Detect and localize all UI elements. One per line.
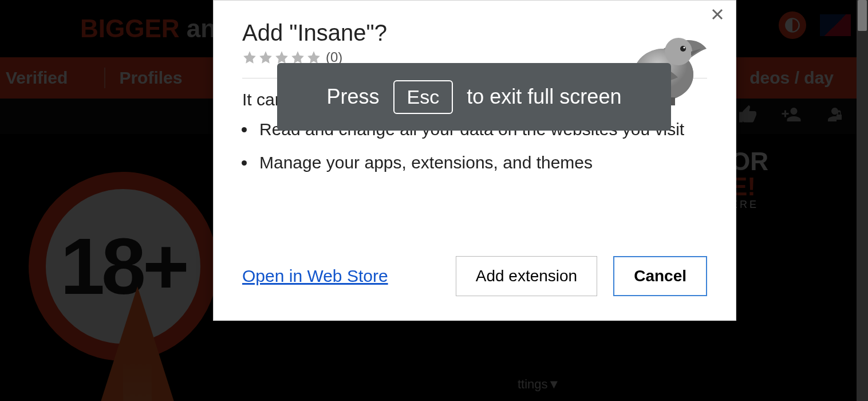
esc-key: Esc [393, 80, 453, 114]
svg-point-6 [680, 46, 686, 52]
permission-item: Manage your apps, extensions, and themes [256, 153, 707, 172]
svg-point-7 [683, 46, 685, 48]
toast-exit: to exit full screen [467, 85, 621, 109]
svg-point-5 [665, 38, 692, 65]
add-extension-button[interactable]: Add extension [456, 256, 597, 296]
fullscreen-esc-toast: Press Esc to exit full screen [277, 63, 671, 131]
dialog-footer: Open in Web Store Add extension Cancel [242, 256, 707, 296]
open-web-store-link[interactable]: Open in Web Store [242, 266, 388, 286]
star-icon [258, 50, 273, 65]
close-button[interactable] [711, 7, 724, 23]
add-extension-dialog: Add "Insane"? (0) It can: Read and chang… [213, 0, 736, 321]
cancel-button[interactable]: Cancel [613, 256, 707, 296]
scrollbar-track[interactable] [857, 0, 868, 401]
toast-press: Press [327, 85, 380, 109]
star-icon [242, 50, 257, 65]
scrollbar-thumb[interactable] [858, 0, 867, 31]
